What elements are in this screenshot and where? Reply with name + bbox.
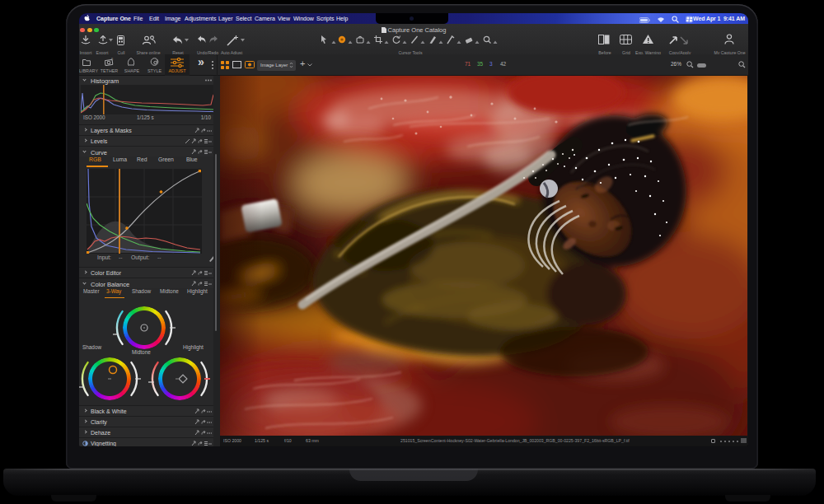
svg-text:6: 6	[111, 58, 114, 61]
